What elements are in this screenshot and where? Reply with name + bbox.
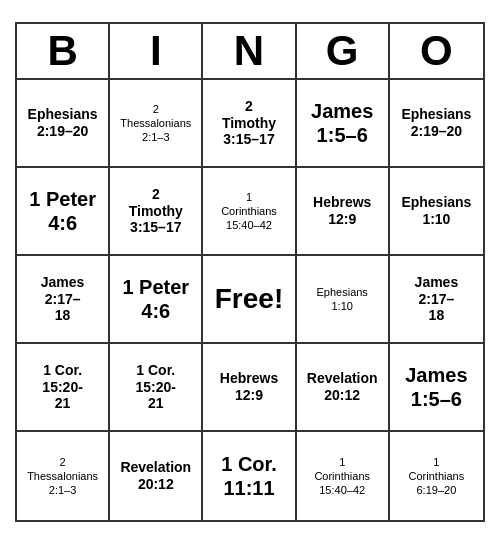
- bingo-cell-21: Revelation20:12: [110, 432, 203, 520]
- cell-text-6: 2Timothy3:15–17: [129, 186, 183, 236]
- bingo-card: BINGO Ephesians2:19–202Thessalonians2:1–…: [15, 22, 485, 522]
- cell-text-0: Ephesians2:19–20: [28, 106, 98, 140]
- cell-text-4: Ephesians2:19–20: [401, 106, 471, 140]
- bingo-cell-8: Hebrews12:9: [297, 168, 390, 256]
- bingo-cell-22: 1 Cor.11:11: [203, 432, 296, 520]
- bingo-cell-5: 1 Peter4:6: [17, 168, 110, 256]
- cell-text-9: Ephesians1:10: [401, 194, 471, 228]
- bingo-cell-9: Ephesians1:10: [390, 168, 483, 256]
- cell-text-7: 1Corinthians15:40–42: [221, 190, 277, 233]
- bingo-letter-i: I: [110, 24, 203, 78]
- cell-text-17: Hebrews12:9: [220, 370, 278, 404]
- cell-text-10: James2:17–18: [41, 274, 85, 324]
- bingo-cell-17: Hebrews12:9: [203, 344, 296, 432]
- cell-text-5: 1 Peter4:6: [29, 187, 96, 235]
- bingo-grid: Ephesians2:19–202Thessalonians2:1–32Timo…: [17, 80, 483, 520]
- cell-text-3: James1:5–6: [311, 99, 373, 147]
- cell-text-14: James2:17–18: [415, 274, 459, 324]
- cell-text-2: 2Timothy3:15–17: [222, 98, 276, 148]
- bingo-cell-3: James1:5–6: [297, 80, 390, 168]
- bingo-cell-2: 2Timothy3:15–17: [203, 80, 296, 168]
- cell-text-19: James1:5–6: [405, 363, 467, 411]
- cell-text-13: Ephesians1:10: [317, 285, 368, 314]
- bingo-letter-g: G: [297, 24, 390, 78]
- cell-text-24: 1Corinthians6:19–20: [409, 455, 465, 498]
- bingo-letter-b: B: [17, 24, 110, 78]
- bingo-cell-24: 1Corinthians6:19–20: [390, 432, 483, 520]
- bingo-cell-14: James2:17–18: [390, 256, 483, 344]
- bingo-cell-20: 2Thessalonians2:1–3: [17, 432, 110, 520]
- bingo-cell-4: Ephesians2:19–20: [390, 80, 483, 168]
- cell-text-23: 1Corinthians15:40–42: [314, 455, 370, 498]
- bingo-cell-0: Ephesians2:19–20: [17, 80, 110, 168]
- bingo-cell-18: Revelation20:12: [297, 344, 390, 432]
- bingo-cell-15: 1 Cor.15:20-21: [17, 344, 110, 432]
- bingo-cell-10: James2:17–18: [17, 256, 110, 344]
- bingo-cell-23: 1Corinthians15:40–42: [297, 432, 390, 520]
- cell-text-15: 1 Cor.15:20-21: [42, 362, 82, 412]
- cell-text-20: 2Thessalonians2:1–3: [27, 455, 98, 498]
- cell-text-8: Hebrews12:9: [313, 194, 371, 228]
- bingo-cell-11: 1 Peter4:6: [110, 256, 203, 344]
- bingo-cell-16: 1 Cor.15:20-21: [110, 344, 203, 432]
- cell-text-21: Revelation20:12: [120, 459, 191, 493]
- bingo-header: BINGO: [17, 24, 483, 80]
- bingo-cell-6: 2Timothy3:15–17: [110, 168, 203, 256]
- bingo-cell-12: Free!: [203, 256, 296, 344]
- cell-text-22: 1 Cor.11:11: [221, 452, 277, 500]
- bingo-cell-13: Ephesians1:10: [297, 256, 390, 344]
- cell-text-1: 2Thessalonians2:1–3: [120, 102, 191, 145]
- bingo-cell-7: 1Corinthians15:40–42: [203, 168, 296, 256]
- cell-text-16: 1 Cor.15:20-21: [136, 362, 176, 412]
- bingo-letter-o: O: [390, 24, 483, 78]
- bingo-cell-19: James1:5–6: [390, 344, 483, 432]
- cell-text-18: Revelation20:12: [307, 370, 378, 404]
- cell-text-11: 1 Peter4:6: [122, 275, 189, 323]
- bingo-letter-n: N: [203, 24, 296, 78]
- bingo-cell-1: 2Thessalonians2:1–3: [110, 80, 203, 168]
